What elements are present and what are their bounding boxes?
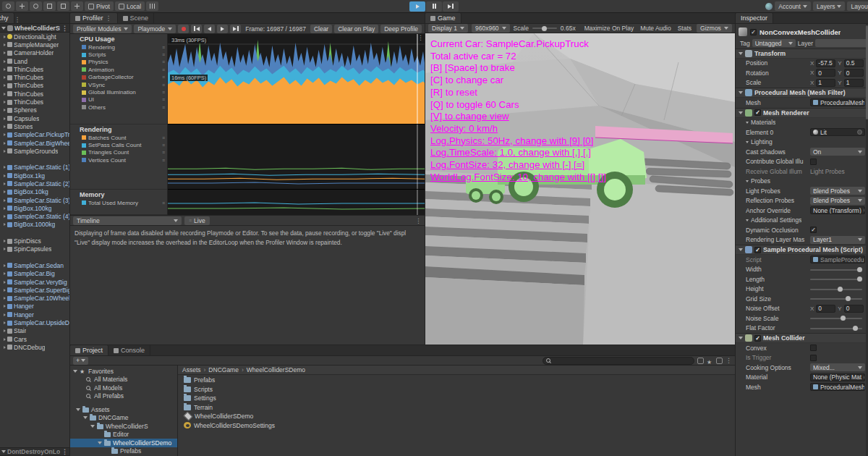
profiler-legend-item[interactable]: UI <box>70 96 167 104</box>
foldout-icon[interactable] <box>4 329 6 332</box>
hierarchy-item[interactable]: SampleCar.Sedan <box>0 261 69 269</box>
slider-knob[interactable] <box>846 296 851 301</box>
contribute-gi-checkbox[interactable] <box>810 159 817 165</box>
scene-options-icon[interactable] <box>61 448 68 455</box>
script-object-field[interactable]: SampleProcedu <box>810 256 865 263</box>
dontdestroyonload-scene-header[interactable]: DontDestroyOnLoad <box>0 447 69 456</box>
foldout-icon[interactable] <box>739 52 743 55</box>
light-probes-dropdown[interactable]: Blend Probes <box>810 187 865 195</box>
rect-tool-icon[interactable] <box>57 1 69 11</box>
foldout-icon[interactable] <box>4 264 6 267</box>
hierarchy-item[interactable]: BigBox.1000kg <box>0 221 69 229</box>
hierarchy-item[interactable]: SampleCar.BigWheel <box>0 139 69 147</box>
slider-knob[interactable] <box>857 276 862 282</box>
timeline-menu-icon[interactable] <box>415 217 422 224</box>
hierarchy-item[interactable]: CameraHolder <box>0 49 69 57</box>
foldout-icon[interactable] <box>4 215 6 218</box>
hierarchy-item[interactable]: Cars <box>0 335 69 343</box>
timeline-view-dropdown[interactable]: Timeline <box>73 216 182 225</box>
play-button[interactable] <box>409 1 425 12</box>
layer-dropdown[interactable] <box>815 39 868 47</box>
live-toggle-button[interactable]: Live <box>184 216 210 225</box>
hierarchy-item[interactable]: SampleCar.UpsideDo <box>0 318 69 326</box>
foldout-icon[interactable] <box>4 93 6 96</box>
property-slider[interactable] <box>810 275 865 283</box>
foldout-icon[interactable] <box>4 125 6 128</box>
foldout-icon[interactable] <box>83 416 88 419</box>
search-by-type-icon[interactable] <box>697 358 704 364</box>
hierarchy-item[interactable]: SampleCar.SuperBig <box>0 286 69 294</box>
scale-slider-knob[interactable] <box>542 26 547 31</box>
mesh-renderer-section-header[interactable]: Mesh Renderer <box>736 108 868 118</box>
hierarchy-item[interactable]: SampleCar.PickupTru <box>0 131 69 139</box>
material-object-field[interactable]: Lit <box>810 128 865 136</box>
pause-button[interactable] <box>426 1 442 12</box>
slider-track[interactable] <box>810 318 862 319</box>
tab-game[interactable]: Game <box>425 13 461 23</box>
foldout-icon[interactable] <box>4 346 6 349</box>
foldout-icon[interactable] <box>4 305 6 308</box>
cpu-usage-chart[interactable]: 33ms (30FPS) 16ms (60FPS) <box>168 34 425 124</box>
foldout-icon[interactable] <box>4 174 6 177</box>
panel-menu-icon[interactable] <box>106 14 112 22</box>
tab-hierarchy[interactable]: Hierarchy <box>0 13 14 23</box>
search-by-label-icon[interactable] <box>707 358 713 364</box>
first-frame-button[interactable] <box>191 25 202 33</box>
drag-handle-icon[interactable] <box>162 75 165 80</box>
scale-tool-icon[interactable] <box>43 1 56 11</box>
drag-handle-icon[interactable] <box>162 135 165 140</box>
property-slider[interactable] <box>810 314 865 322</box>
hierarchy-item[interactable]: BigBox.100kg <box>0 204 69 212</box>
slider-knob[interactable] <box>838 287 843 292</box>
profiler-legend-item[interactable]: Global Illumination <box>70 88 167 96</box>
drag-handle-icon[interactable] <box>162 158 165 163</box>
rotate-tool-icon[interactable] <box>30 1 42 11</box>
project-tree-item[interactable]: Assets <box>70 405 177 414</box>
snap-settings-icon[interactable] <box>146 1 158 11</box>
anchor-object-field[interactable]: None (Transform) <box>810 206 865 214</box>
foldout-icon[interactable] <box>4 182 6 185</box>
account-dropdown[interactable]: Account <box>775 1 811 11</box>
foldout-icon[interactable] <box>4 313 6 316</box>
mesh-object-field[interactable]: ProceduralMesh <box>810 98 865 106</box>
tab-profiler[interactable]: Profiler <box>70 13 118 23</box>
profiler-legend-item[interactable]: VSync <box>70 81 167 88</box>
project-asset-item[interactable]: Terrain <box>178 403 735 413</box>
hierarchy-item[interactable]: DNCDebug <box>0 343 69 351</box>
drag-handle-icon[interactable] <box>162 59 165 64</box>
drag-handle-icon[interactable] <box>162 97 165 102</box>
reflection-probes-dropdown[interactable]: Blend Probes <box>810 197 865 205</box>
hierarchy-item[interactable]: SpinDiscs <box>0 237 69 245</box>
noise-offset-y-field[interactable]: 0 <box>844 305 864 313</box>
convex-checkbox[interactable] <box>810 345 817 351</box>
hierarchy-item[interactable]: ThinCubes <box>0 98 69 106</box>
step-button[interactable] <box>443 1 459 12</box>
game-viewport[interactable]: Current Car: SampleCar.PickupTruck Total… <box>425 33 735 345</box>
foldout-icon[interactable] <box>4 60 6 63</box>
foldout-icon[interactable] <box>90 425 95 428</box>
transform-tool-icon[interactable] <box>71 1 83 11</box>
foldout-icon[interactable] <box>98 442 102 444</box>
hierarchy-item[interactable]: ThinCubes <box>0 73 69 81</box>
hierarchy-item[interactable]: SampleCar.10Wheels <box>0 295 69 303</box>
drag-handle-icon[interactable] <box>162 52 165 57</box>
breadcrumb-dncgame[interactable]: DNCGame <box>208 366 239 373</box>
foldout-icon[interactable] <box>4 150 6 153</box>
panel-menu-icon[interactable] <box>14 16 21 23</box>
foldout-icon[interactable] <box>746 219 749 221</box>
maximize-on-play-button[interactable]: Maximize On Play <box>583 25 636 32</box>
object-picker-icon[interactable] <box>864 375 865 380</box>
memory-title[interactable]: Memory <box>70 190 167 199</box>
cooking-options-dropdown[interactable]: Mixed... <box>810 363 865 371</box>
foldout-icon[interactable] <box>4 109 6 111</box>
foldout-icon[interactable] <box>739 91 743 94</box>
profiler-legend-item[interactable]: Animation <box>70 66 167 73</box>
rendering-title[interactable]: Rendering <box>70 124 167 134</box>
mesh-collider-section-header[interactable]: Mesh Collider <box>736 333 868 343</box>
foldout-icon[interactable] <box>76 408 80 411</box>
probes-foldout[interactable]: Probes <box>736 177 868 187</box>
profiler-legend-item[interactable]: SetPass Calls Count <box>70 141 167 148</box>
foldout-icon[interactable] <box>4 207 6 210</box>
drag-handle-icon[interactable] <box>162 67 165 72</box>
project-tree-item[interactable]: WheelColliderS <box>70 422 177 431</box>
